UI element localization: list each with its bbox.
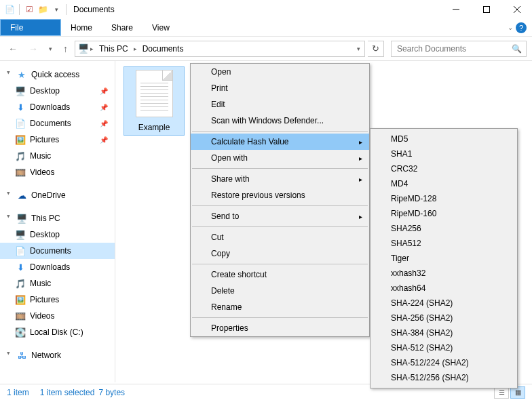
tree-label: Downloads: [30, 102, 70, 112]
tree-pc-localdisk[interactable]: 💽Local Disk (C:): [0, 324, 115, 340]
chevron-right-icon[interactable]: ▸: [89, 45, 95, 52]
chevron-right-icon[interactable]: ▸: [132, 45, 138, 52]
ctx-item-rename[interactable]: Rename: [191, 299, 369, 315]
tree-pictures[interactable]: 🖼️Pictures📌: [0, 132, 115, 148]
hash-item-sha-256-sha2-[interactable]: SHA-256 (SHA2): [370, 311, 517, 325]
hash-item-sha512[interactable]: SHA512: [370, 236, 517, 251]
refresh-button[interactable]: ↻: [368, 41, 384, 57]
tab-file[interactable]: File: [0, 19, 61, 36]
hash-item-sha-512-256-sha2-[interactable]: SHA-512/256 (SHA2): [370, 370, 517, 385]
address-dropdown-icon[interactable]: ▾: [357, 45, 364, 52]
hash-item-xxhash64[interactable]: xxhash64: [370, 281, 517, 296]
tab-home[interactable]: Home: [61, 19, 102, 36]
hash-item-sha1[interactable]: SHA1: [370, 146, 517, 161]
maximize-button[interactable]: [471, 0, 501, 19]
window-title: Documents: [73, 5, 115, 14]
ctx-item-open[interactable]: Open: [191, 64, 369, 80]
expand-ribbon-icon[interactable]: ⌄: [508, 24, 513, 31]
tree-onedrive[interactable]: ☁OneDrive: [0, 187, 115, 203]
tree-videos[interactable]: 🎞️Videos: [0, 164, 115, 180]
address-bar[interactable]: 🖥️ ▸ This PC ▸ Documents ▾: [75, 41, 365, 57]
tree-network[interactable]: 🖧Network: [0, 347, 115, 363]
hash-item-xxhash32[interactable]: xxhash32: [370, 266, 517, 281]
documents-icon: 📄: [15, 118, 26, 129]
tree-documents[interactable]: 📄Documents📌: [0, 115, 115, 132]
hash-item-ripemd-128[interactable]: RipeMD-128: [370, 191, 517, 206]
chevron-right-icon: ▸: [359, 176, 362, 183]
up-button[interactable]: ↑: [59, 41, 72, 57]
star-icon: ★: [16, 69, 27, 80]
ctx-item-scan-with-windows-defender-[interactable]: Scan with Windows Defender...: [191, 113, 369, 129]
ctx-item-copy[interactable]: Copy: [191, 245, 369, 262]
hash-item-sha256[interactable]: SHA256: [370, 221, 517, 236]
tree-label: Videos: [30, 311, 54, 321]
hash-submenu: MD5SHA1CRC32MD4RipeMD-128RipeMD-160SHA25…: [370, 128, 518, 388]
context-menu: OpenPrintEditScan with Windows Defender.…: [190, 63, 370, 337]
ctx-item-print[interactable]: Print: [191, 80, 369, 96]
hash-item-sha-512-224-sha2-[interactable]: SHA-512/224 (SHA2): [370, 355, 517, 370]
search-box[interactable]: 🔍: [391, 41, 527, 57]
videos-icon: 🎞️: [15, 311, 26, 321]
tree-label: Videos: [30, 167, 54, 177]
pin-icon: 📌: [100, 120, 108, 127]
tree-desktop[interactable]: 🖥️Desktop📌: [0, 83, 115, 99]
tab-share[interactable]: Share: [102, 19, 142, 36]
network-icon: 🖧: [16, 350, 27, 361]
tree-pc-pictures[interactable]: 🖼️Pictures: [0, 292, 115, 308]
hash-item-md5[interactable]: MD5: [370, 132, 517, 146]
search-input[interactable]: [396, 43, 512, 54]
pin-icon: 📌: [100, 104, 108, 111]
file-item[interactable]: Example: [124, 66, 185, 136]
qat-newfolder-icon[interactable]: 📁: [36, 5, 50, 14]
crumb-documents[interactable]: Documents: [138, 43, 188, 55]
ctx-item-open-with[interactable]: Open with▸: [191, 150, 369, 166]
minimize-button[interactable]: [440, 0, 471, 19]
hash-item-sha-224-sha2-[interactable]: SHA-224 (SHA2): [370, 296, 517, 311]
crumb-thispc[interactable]: This PC: [95, 43, 132, 55]
ctx-item-send-to[interactable]: Send to▸: [191, 208, 369, 224]
tab-view[interactable]: View: [142, 19, 179, 36]
hash-item-ripemd-160[interactable]: RipeMD-160: [370, 206, 517, 221]
tree-pc-documents[interactable]: 📄Documents: [0, 243, 115, 259]
ribbon-tabs: File Home Share View ⌄ ?: [0, 19, 532, 37]
hash-item-sha-384-sha2-[interactable]: SHA-384 (SHA2): [370, 325, 517, 340]
tree-pc-music[interactable]: 🎵Music: [0, 275, 115, 292]
tree-quick-access[interactable]: ★Quick access: [0, 66, 115, 83]
hash-item-tiger[interactable]: Tiger: [370, 251, 517, 266]
ctx-item-edit[interactable]: Edit: [191, 96, 369, 113]
svg-rect-1: [483, 6, 489, 12]
separator: [192, 205, 368, 206]
back-button[interactable]: ←: [4, 41, 22, 57]
ctx-item-calculate-hash-value[interactable]: Calculate Hash Value▸: [191, 134, 369, 150]
pictures-icon: 🖼️: [15, 294, 26, 305]
close-button[interactable]: [501, 0, 532, 19]
ctx-item-properties[interactable]: Properties: [191, 320, 369, 336]
qat-dropdown-icon[interactable]: ▾: [50, 6, 63, 13]
hash-item-sha-512-sha2-[interactable]: SHA-512 (SHA2): [370, 340, 517, 355]
tree-pc-videos[interactable]: 🎞️Videos: [0, 308, 115, 324]
ctx-item-delete[interactable]: Delete: [191, 283, 369, 299]
tree-music[interactable]: 🎵Music: [0, 148, 115, 164]
nav-tree[interactable]: ★Quick access 🖥️Desktop📌 ⬇Downloads📌 📄Do…: [0, 61, 115, 382]
chevron-right-icon: ▸: [359, 138, 362, 146]
recent-dropdown-icon[interactable]: ▾: [45, 43, 56, 55]
music-icon: 🎵: [15, 151, 26, 161]
status-count: 1 item: [7, 388, 29, 397]
tree-downloads[interactable]: ⬇Downloads📌: [0, 99, 115, 115]
qat-properties-icon[interactable]: ☑: [22, 5, 36, 14]
hash-item-crc32[interactable]: CRC32: [370, 161, 517, 176]
tree-label: Pictures: [30, 295, 59, 304]
tree-thispc[interactable]: 🖥️This PC: [0, 210, 115, 226]
hash-item-md4[interactable]: MD4: [370, 176, 517, 191]
tree-label: Music: [30, 151, 51, 161]
ctx-item-share-with[interactable]: Share with▸: [191, 171, 369, 187]
separator: [192, 131, 368, 132]
ctx-item-restore-previous-versions[interactable]: Restore previous versions: [191, 187, 369, 203]
tree-pc-desktop[interactable]: 🖥️Desktop: [0, 226, 115, 243]
forward-button[interactable]: →: [24, 41, 42, 57]
status-selected: 1 item selected: [40, 388, 95, 397]
help-icon[interactable]: ?: [516, 22, 527, 33]
tree-pc-downloads[interactable]: ⬇Downloads: [0, 259, 115, 275]
ctx-item-cut[interactable]: Cut: [191, 229, 369, 245]
ctx-item-create-shortcut[interactable]: Create shortcut: [191, 266, 369, 283]
